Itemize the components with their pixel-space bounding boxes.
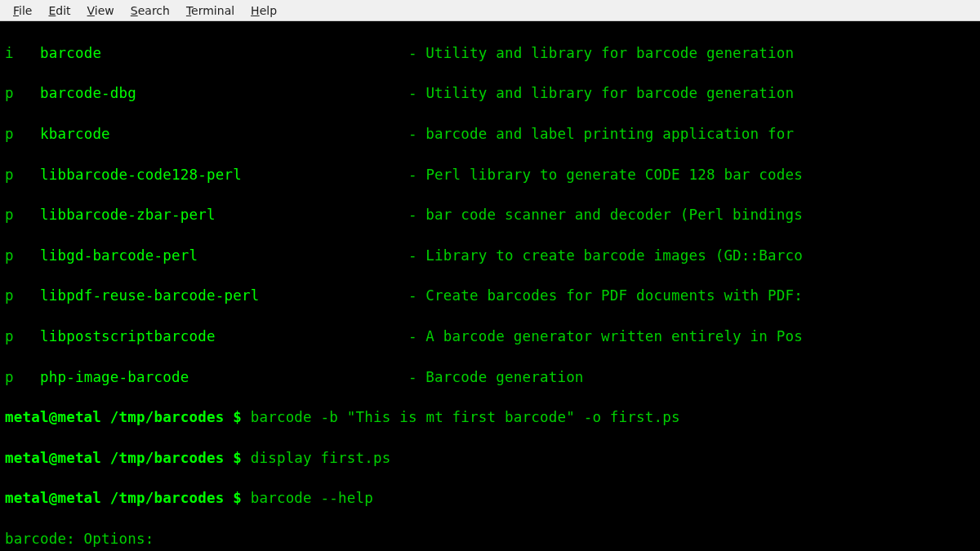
prompt-path: /tmp/barcodes [110, 490, 225, 506]
package-row: p barcode-dbg - Utility and library for … [5, 83, 975, 104]
pkg-name: libgd-barcode-perl [40, 247, 198, 264]
menu-label: dit [56, 4, 70, 17]
pkg-status: p [5, 207, 14, 223]
prompt-line: metal@metal /tmp/barcodes $ display firs… [5, 448, 975, 469]
prompt-line: metal@metal /tmp/barcodes $ barcode --he… [5, 488, 975, 509]
command-text: barcode --help [251, 490, 373, 506]
menu-label: earch [138, 4, 170, 17]
help-header-text: barcode: Options: [5, 531, 154, 547]
menu-file[interactable]: File [5, 2, 40, 19]
pkg-status: i [5, 45, 14, 61]
pkg-status: p [5, 328, 14, 344]
pkg-name: kbarcode [40, 126, 110, 142]
pkg-name: libpostscriptbarcode [40, 328, 216, 344]
menu-label: elp [260, 4, 277, 17]
pkg-desc: Library to create barcode images (GD::Ba… [425, 247, 803, 264]
pkg-name: libbarcode-zbar-perl [40, 207, 216, 223]
menu-label: erminal [191, 4, 234, 17]
pkg-name: libbarcode-code128-perl [40, 167, 242, 183]
menu-search[interactable]: Search [122, 2, 178, 19]
pkg-status: p [5, 126, 14, 142]
pkg-desc: barcode and label printing application f… [425, 126, 794, 142]
terminal-output[interactable]: i barcode - Utility and library for barc… [0, 21, 980, 551]
pkg-desc: bar code scanner and decoder (Perl bindi… [425, 207, 803, 223]
pkg-desc: Create barcodes for PDF documents with P… [425, 287, 803, 304]
menu-label: iew [95, 4, 114, 17]
package-row: p kbarcode - barcode and label printing … [5, 124, 975, 144]
pkg-desc: Perl library to generate CODE 128 bar co… [425, 167, 803, 183]
menu-label: ile [19, 4, 32, 17]
prompt-symbol: $ [233, 409, 242, 425]
prompt-user: metal@metal [5, 409, 101, 425]
prompt-user: metal@metal [5, 450, 101, 466]
pkg-desc: Barcode generation [425, 369, 583, 385]
pkg-status: p [5, 85, 14, 101]
pkg-status: p [5, 247, 14, 264]
prompt-symbol: $ [233, 450, 242, 466]
package-row: p libpostscriptbarcode - A barcode gener… [5, 327, 975, 347]
package-row: p libgd-barcode-perl - Library to create… [5, 246, 975, 266]
prompt-line: metal@metal /tmp/barcodes $ barcode -b "… [5, 407, 975, 428]
pkg-desc: Utility and library for barcode generati… [425, 45, 794, 61]
prompt-symbol: $ [233, 490, 242, 506]
package-row: p libbarcode-zbar-perl - bar code scanne… [5, 205, 975, 225]
menu-edit[interactable]: Edit [40, 2, 78, 19]
pkg-name: php-image-barcode [40, 369, 189, 385]
menu-help[interactable]: Help [243, 2, 285, 19]
pkg-status: p [5, 167, 14, 183]
package-row: p libpdf-reuse-barcode-perl - Create bar… [5, 286, 975, 306]
pkg-desc: Utility and library for barcode generati… [425, 85, 794, 101]
pkg-name: barcode-dbg [40, 85, 136, 101]
pkg-status: p [5, 369, 14, 385]
pkg-desc: A barcode generator written entirely in … [425, 328, 803, 344]
menu-terminal[interactable]: Terminal [178, 2, 243, 19]
help-header: barcode: Options: [5, 529, 975, 549]
package-row: i barcode - Utility and library for barc… [5, 43, 975, 64]
package-row: p php-image-barcode - Barcode generation [5, 367, 975, 388]
prompt-user: metal@metal [5, 490, 101, 506]
prompt-path: /tmp/barcodes [110, 409, 225, 425]
pkg-name: libpdf-reuse-barcode-perl [40, 287, 259, 304]
prompt-path: /tmp/barcodes [110, 450, 225, 466]
pkg-name: barcode [40, 45, 101, 61]
command-text: display first.ps [251, 450, 391, 466]
menubar: File Edit View Search Terminal Help [0, 0, 980, 21]
command-text: barcode -b "This is mt first barcode" -o… [251, 409, 680, 425]
menu-view[interactable]: View [79, 2, 122, 19]
package-row: p libbarcode-code128-perl - Perl library… [5, 165, 975, 185]
pkg-status: p [5, 287, 14, 304]
